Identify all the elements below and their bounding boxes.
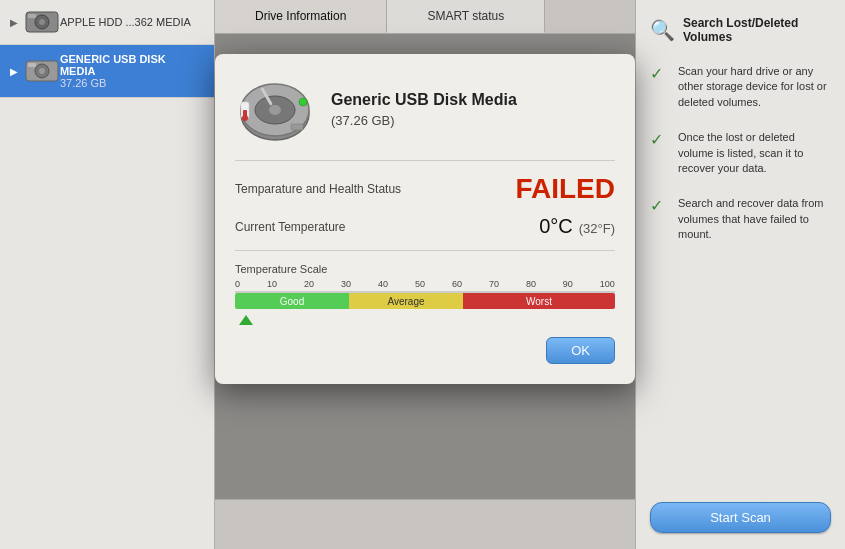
arrow-icon: ▶ bbox=[10, 17, 18, 28]
right-panel-heading: Search Lost/Deleted Volumes bbox=[683, 16, 831, 44]
right-panel-item-2: ✓ Once the lost or deleted volume is lis… bbox=[650, 130, 831, 176]
modal-temp-celsius: 0°C bbox=[539, 215, 573, 238]
checkmark-icon-1: ✓ bbox=[650, 64, 670, 84]
modal-temp-value-group: 0°C (32°F) bbox=[539, 215, 615, 238]
sidebar-item-generic-usb-size: 37.26 GB bbox=[60, 77, 204, 89]
sidebar-usb-text-group: GENERIC USB DISK MEDIA 37.26 GB bbox=[60, 53, 204, 89]
ok-button[interactable]: OK bbox=[546, 337, 615, 364]
modal-drive-header: Generic USB Disk Media (37.26 GB) bbox=[235, 74, 615, 144]
temp-section-good: Good bbox=[235, 293, 349, 309]
bottom-bar bbox=[215, 499, 635, 549]
right-panel-spacer bbox=[650, 263, 831, 502]
modal-drive-size: (37.26 GB) bbox=[331, 113, 517, 128]
tab-drive-information[interactable]: Drive Information bbox=[215, 0, 387, 33]
drive-info-modal: Generic USB Disk Media (37.26 GB) Tempar… bbox=[215, 54, 635, 384]
usb-disk-icon bbox=[24, 57, 60, 85]
temp-section-worst: Worst bbox=[463, 293, 615, 309]
magnifier-icon: 🔍 bbox=[650, 18, 675, 42]
right-panel-text-1: Scan your hard drive or any other storag… bbox=[678, 64, 831, 110]
modal-overlay: Generic USB Disk Media (37.26 GB) Tempar… bbox=[215, 34, 635, 499]
temp-scale-numbers: 0102030405060708090100 bbox=[235, 279, 615, 289]
temp-marker-row bbox=[235, 313, 615, 325]
sidebar: ▶ APPLE HDD ...362 MEDIA ▶ GENERIC USB D… bbox=[0, 0, 215, 549]
modal-hdd-image bbox=[235, 74, 315, 144]
sidebar-item-generic-usb-label: GENERIC USB DISK MEDIA bbox=[60, 53, 204, 77]
svg-point-21 bbox=[242, 115, 248, 121]
right-panel-text-2: Once the lost or deleted volume is liste… bbox=[678, 130, 831, 176]
modal-temp-fahrenheit: (32°F) bbox=[579, 221, 615, 236]
modal-health-label: Temparature and Health Status bbox=[235, 181, 401, 198]
modal-ok-row: OK bbox=[235, 337, 615, 364]
right-panel-text-3: Search and recover data from volumes tha… bbox=[678, 196, 831, 242]
sidebar-item-apple-hdd[interactable]: ▶ APPLE HDD ...362 MEDIA bbox=[0, 0, 214, 45]
svg-rect-7 bbox=[28, 63, 36, 67]
right-panel-title-row: 🔍 Search Lost/Deleted Volumes bbox=[650, 16, 831, 44]
modal-drive-name: Generic USB Disk Media bbox=[331, 91, 517, 109]
temp-scale-bar: Good Average Worst bbox=[235, 293, 615, 309]
svg-point-22 bbox=[299, 98, 307, 106]
right-panel-item-3: ✓ Search and recover data from volumes t… bbox=[650, 196, 831, 242]
sidebar-item-generic-usb[interactable]: ▶ GENERIC USB DISK MEDIA 37.26 GB bbox=[0, 45, 214, 98]
svg-rect-3 bbox=[28, 14, 36, 18]
tab-smart-status[interactable]: SMART status bbox=[387, 0, 545, 33]
hdd-icon bbox=[24, 8, 60, 36]
svg-rect-18 bbox=[291, 124, 303, 130]
temp-scale-label: Temperature Scale bbox=[235, 263, 615, 275]
main-content: Drive Information SMART status Select Sc… bbox=[215, 0, 635, 549]
modal-divider-2 bbox=[235, 250, 615, 251]
right-panel: 🔍 Search Lost/Deleted Volumes ✓ Scan you… bbox=[635, 0, 845, 549]
modal-temp-row: Current Temperature 0°C (32°F) bbox=[235, 215, 615, 238]
arrow-icon-2: ▶ bbox=[10, 66, 18, 77]
modal-drive-title-group: Generic USB Disk Media (37.26 GB) bbox=[331, 91, 517, 128]
sidebar-item-apple-hdd-label: APPLE HDD ...362 MEDIA bbox=[60, 16, 191, 28]
svg-point-16 bbox=[269, 105, 281, 115]
modal-failed-badge: FAILED bbox=[515, 173, 615, 205]
modal-divider-1 bbox=[235, 160, 615, 161]
main-content-area: Select Scanning Method + Create Image Cr… bbox=[215, 34, 635, 499]
temp-position-marker bbox=[239, 315, 253, 325]
temp-section-average: Average bbox=[349, 293, 463, 309]
checkmark-icon-3: ✓ bbox=[650, 196, 670, 216]
right-panel-item-1: ✓ Scan your hard drive or any other stor… bbox=[650, 64, 831, 110]
svg-point-6 bbox=[39, 68, 45, 74]
svg-point-2 bbox=[39, 19, 45, 25]
start-scan-button[interactable]: Start Scan bbox=[650, 502, 831, 533]
modal-temp-label: Current Temperature bbox=[235, 220, 346, 234]
checkmark-icon-2: ✓ bbox=[650, 130, 670, 150]
tab-bar: Drive Information SMART status bbox=[215, 0, 635, 34]
